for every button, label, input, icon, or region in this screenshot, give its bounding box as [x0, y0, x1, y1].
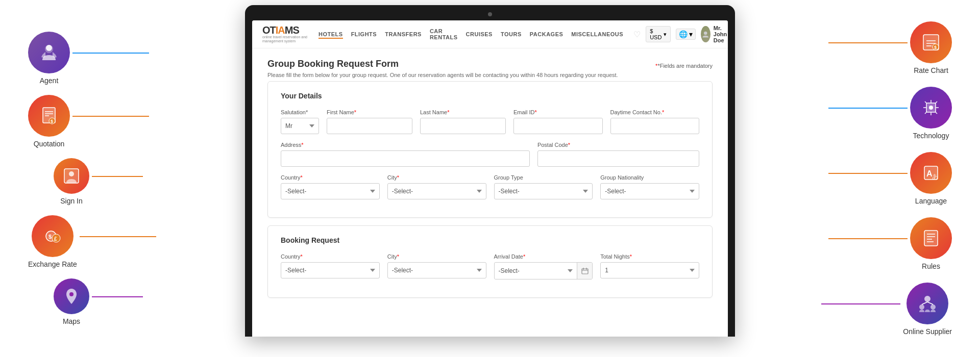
- currency-chevron-icon: ▾: [664, 31, 667, 38]
- daytime-label: Daytime Contact No.*: [610, 109, 700, 115]
- svg-text:£: £: [54, 236, 57, 242]
- right-item-rules[interactable]: Rules: [910, 217, 952, 270]
- country-label: Country*: [281, 174, 380, 181]
- nav-right: ♡ $ USD ▾ 🌐 ▾: [633, 25, 728, 43]
- city-select[interactable]: -Select-: [387, 183, 486, 199]
- svg-rect-46: [582, 269, 588, 274]
- laptop-camera: [488, 12, 492, 16]
- sidebar-item-maps[interactable]: Maps: [54, 278, 89, 325]
- salutation-select[interactable]: Mr Mrs Ms Dr: [281, 118, 319, 134]
- nav-tours[interactable]: TOURS: [501, 31, 522, 37]
- booking-country-label: Country*: [281, 253, 380, 260]
- sidebar-item-signin[interactable]: Sign In: [54, 158, 89, 205]
- booking-row-1: Country* -Select- City* -Select-: [281, 253, 699, 279]
- arrival-label: Arrival Date*: [494, 253, 593, 260]
- svg-point-40: [924, 296, 930, 302]
- groupnat-label: Group Nationality: [600, 174, 699, 181]
- firstname-input[interactable]: [327, 118, 412, 134]
- city-label: City*: [387, 174, 486, 181]
- technology-label: Technology: [913, 132, 949, 140]
- nav-hotels[interactable]: HOTELS: [318, 31, 343, 37]
- nav-flights[interactable]: FLIGHTS: [351, 31, 377, 37]
- grouptype-group: Group Type -Select-: [494, 174, 593, 199]
- your-details-section: Your Details Salutation* Mr Mrs Ms Dr: [267, 81, 713, 218]
- lastname-input[interactable]: [420, 118, 506, 134]
- flag-chevron-icon: ▾: [689, 30, 693, 38]
- email-input[interactable]: [513, 118, 603, 134]
- wishlist-icon[interactable]: ♡: [633, 30, 641, 39]
- language-selector[interactable]: 🌐 ▾: [676, 29, 696, 40]
- right-sidebar: $ Rate Chart Technology: [832, 0, 980, 357]
- hotels-active-bar: [318, 38, 343, 39]
- quotation-icon: $: [38, 105, 60, 127]
- daytime-input[interactable]: [610, 118, 700, 134]
- svg-line-44: [927, 302, 933, 304]
- user-section[interactable]: Mr. John Doe ▾: [701, 25, 728, 43]
- laptop-frame: OTIAMS online travel reservation and man…: [245, 5, 735, 337]
- svg-text:$: $: [51, 119, 53, 124]
- calendar-icon[interactable]: [577, 263, 592, 279]
- logo-accent: IA: [276, 24, 285, 36]
- nav-cruises[interactable]: CRUISES: [466, 31, 493, 37]
- sidebar-item-agent[interactable]: Agent: [28, 32, 70, 85]
- nights-label: Total Nights*: [600, 253, 699, 260]
- nav-transfers[interactable]: TRANSFERS: [385, 31, 422, 37]
- exchange-icon: $ £: [41, 224, 64, 248]
- flag-icon: 🌐: [679, 30, 688, 38]
- svg-text:$: $: [934, 45, 937, 50]
- logo: OTIAMS online travel reservation and man…: [262, 25, 308, 44]
- daytime-group: Daytime Contact No.*: [610, 109, 700, 134]
- address-group: Address*: [281, 142, 530, 167]
- right-item-rate-chart[interactable]: $ Rate Chart: [910, 21, 952, 74]
- signin-icon: [61, 166, 82, 186]
- exchange-label: Exchange Rate: [28, 260, 77, 268]
- svg-point-41: [919, 304, 924, 310]
- sidebar-item-exchange[interactable]: $ £ Exchange Rate: [28, 215, 77, 268]
- right-item-language[interactable]: A あ Language: [910, 152, 952, 205]
- online-supplier-icon: [916, 292, 939, 315]
- rate-chart-icon: $: [919, 31, 943, 54]
- agent-icon: [37, 41, 61, 64]
- nav-packages[interactable]: PACKAGES: [530, 31, 564, 37]
- svg-point-42: [930, 304, 936, 310]
- nights-select[interactable]: 1 2 3: [600, 262, 699, 278]
- avatar: [701, 26, 710, 42]
- rules-label: Rules: [922, 262, 940, 270]
- booking-city-select[interactable]: -Select-: [387, 262, 486, 278]
- booking-city-label: City*: [387, 253, 486, 260]
- right-item-online-supplier[interactable]: Online Supplier: [903, 283, 952, 336]
- email-label: Email ID*: [513, 109, 603, 115]
- title-row: Group Booking Request Form Please fill t…: [267, 59, 713, 80]
- postal-group: Postal Code*: [537, 142, 699, 167]
- groupnat-select[interactable]: -Select-: [600, 183, 699, 199]
- right-item-technology[interactable]: Technology: [910, 87, 952, 140]
- booking-country-select[interactable]: -Select-: [281, 262, 380, 278]
- booking-city-group: City* -Select-: [387, 253, 486, 278]
- postal-input[interactable]: [537, 150, 699, 167]
- address-input[interactable]: [281, 150, 530, 167]
- arrival-select[interactable]: -Select-: [495, 263, 577, 279]
- svg-line-28: [925, 101, 927, 104]
- page-title: Group Booking Request Form: [267, 59, 618, 69]
- lastname-label: Last Name*: [420, 109, 506, 115]
- user-name[interactable]: Mr. John Doe: [714, 25, 728, 43]
- country-group: Country* -Select-: [281, 174, 380, 199]
- language-label: Language: [915, 197, 947, 205]
- salutation-label: Salutation*: [281, 109, 319, 115]
- sidebar-item-quotation[interactable]: $ Quotation: [28, 95, 70, 148]
- currency-selector[interactable]: $ USD ▾: [646, 26, 671, 42]
- arrival-group: Arrival Date* -Select-: [494, 253, 593, 279]
- navbar: OTIAMS online travel reservation and man…: [252, 20, 728, 48]
- nav-miscellaneous[interactable]: MISCELLANEOUS: [571, 31, 623, 37]
- quotation-label: Quotation: [34, 140, 65, 148]
- email-group: Email ID*: [513, 109, 603, 134]
- country-select[interactable]: -Select-: [281, 183, 380, 199]
- agent-label: Agent: [40, 76, 59, 85]
- currency-value: $ USD: [650, 28, 662, 40]
- maps-icon: [61, 286, 82, 307]
- grouptype-select[interactable]: -Select-: [494, 183, 593, 199]
- svg-line-31: [925, 112, 927, 114]
- nights-group: Total Nights* 1 2 3: [600, 253, 699, 278]
- laptop-container: OTIAMS online travel reservation and man…: [148, 5, 832, 357]
- nav-car-rentals[interactable]: CAR RENTALS: [430, 28, 458, 40]
